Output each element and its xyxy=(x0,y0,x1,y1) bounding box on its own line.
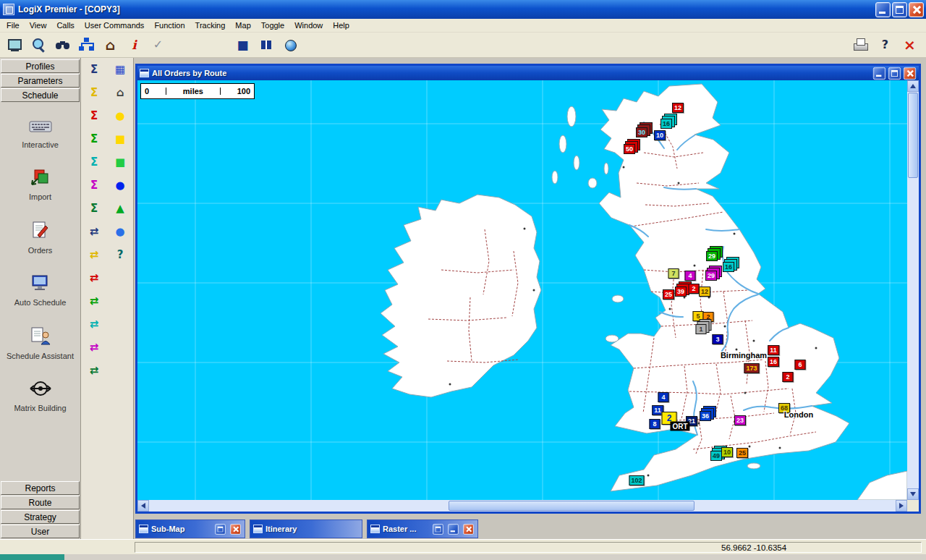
home-icon[interactable]: ⌂ xyxy=(101,36,119,54)
binoculars-icon[interactable] xyxy=(54,36,72,54)
grid-layers-tool[interactable]: ▦ xyxy=(111,61,129,77)
monitor-icon[interactable] xyxy=(6,36,24,54)
apply-icon-glyph: ✓ xyxy=(153,39,163,51)
sum-red-tool[interactable]: Σ xyxy=(85,108,103,124)
sum-darkgreen-tool[interactable]: Σ xyxy=(85,200,103,216)
transfer-darkgreen-tool[interactable]: ⇄ xyxy=(85,362,103,378)
scroll-up-button[interactable] xyxy=(907,80,919,92)
sidebar-tool-schedule-assistant[interactable]: Schedule Assistant xyxy=(0,326,80,360)
help-tool[interactable]: ? xyxy=(111,247,129,263)
filled-square-icon[interactable]: ■ xyxy=(234,36,252,54)
home-tool[interactable]: ⌂ xyxy=(111,85,129,101)
transfer-cyan-tool[interactable]: ⇄ xyxy=(85,316,103,332)
sub-map-restore-button[interactable] xyxy=(215,524,226,535)
sidebar-button-profiles[interactable]: Profiles xyxy=(1,59,80,73)
menu-calls[interactable]: Calls xyxy=(51,20,79,31)
exit-icon[interactable]: × xyxy=(901,36,919,54)
sidebar-tool-orders[interactable]: Orders xyxy=(0,220,80,255)
transfer-magenta-tool[interactable]: ⇄ xyxy=(85,339,103,355)
sum-yellow-tool[interactable]: Σ xyxy=(85,85,103,101)
print-icon[interactable] xyxy=(851,36,870,54)
sidebar-button-strategy[interactable]: Strategy xyxy=(1,510,80,524)
scroll-right-button[interactable] xyxy=(896,500,907,512)
sphere-blue-tool[interactable]: ● xyxy=(111,224,129,239)
transfer-navy-tool[interactable]: ⇄ xyxy=(85,224,103,239)
info-icon[interactable]: i xyxy=(125,36,143,54)
sidebar-button-route[interactable]: Route xyxy=(1,496,80,509)
help-icon[interactable]: ? xyxy=(876,36,894,54)
raster-restore-button[interactable] xyxy=(433,524,443,535)
tab-sub-map[interactable]: Sub-Map xyxy=(135,519,245,538)
label-layer: BirminghamLondonORT xyxy=(137,80,907,500)
transfer-navy-tool-glyph: ⇄ xyxy=(90,226,99,237)
sum-all-tool[interactable]: Σ xyxy=(85,61,103,77)
map-maximize-button[interactable] xyxy=(888,67,901,79)
sum-cyan-tool[interactable]: Σ xyxy=(85,154,103,170)
menu-help[interactable]: Help xyxy=(328,20,354,31)
sidebar-tool-label: Auto Schedule xyxy=(14,298,67,307)
map-canvas[interactable]: 1216301050297429162539212521311161736241… xyxy=(137,80,907,500)
transfer-red-tool[interactable]: ⇄ xyxy=(85,270,103,286)
map-horizontal-scrollbar[interactable] xyxy=(137,500,907,512)
sum-magenta-tool[interactable]: Σ xyxy=(85,177,103,193)
triangle-green-tool[interactable]: ▲ xyxy=(111,200,129,216)
status-bar: 56.9662 -10.6354 xyxy=(0,539,926,554)
map-minimize-button[interactable] xyxy=(873,67,885,79)
tab-itinerary[interactable]: Itinerary xyxy=(250,519,362,538)
grid-layers-tool-glyph: ▦ xyxy=(115,64,125,75)
maximize-icon xyxy=(896,6,904,14)
horizontal-scroll-thumb[interactable] xyxy=(449,501,694,511)
vertical-scroll-thumb[interactable] xyxy=(908,93,918,178)
menu-map[interactable]: Map xyxy=(230,20,255,31)
circle-yellow-tool[interactable]: ● xyxy=(111,108,129,124)
matrix-building-icon xyxy=(29,379,52,401)
zoom-map-icon[interactable] xyxy=(30,36,48,54)
sidebar-tool-matrix-building[interactable]: Matrix Building xyxy=(0,379,80,412)
menu-view[interactable]: View xyxy=(25,20,52,31)
apply-icon[interactable]: ✓ xyxy=(149,36,167,54)
minimize-button[interactable] xyxy=(875,2,891,17)
menu-function[interactable]: Function xyxy=(149,20,190,31)
sum-green-tool-glyph: Σ xyxy=(90,134,98,145)
transfer-yellow-tool[interactable]: ⇄ xyxy=(85,247,103,263)
sum-green-tool[interactable]: Σ xyxy=(85,131,103,147)
circle-blue-tool[interactable]: ● xyxy=(111,177,129,193)
sidebar-button-reports[interactable]: Reports xyxy=(1,481,80,495)
menu-window[interactable]: Window xyxy=(289,20,328,31)
sidebar-button-parameters[interactable]: Parameters xyxy=(1,74,80,88)
transfer-green-tool[interactable]: ⇄ xyxy=(85,293,103,309)
map-coordinates: 56.9662 -10.6354 xyxy=(721,543,786,552)
sidebar-button-user[interactable]: User xyxy=(1,525,80,538)
raster-minimize-button[interactable] xyxy=(448,524,459,535)
sidebar-tool-auto-schedule[interactable]: Auto Schedule xyxy=(0,273,80,307)
tab-label: Itinerary xyxy=(266,525,359,533)
network-icon[interactable] xyxy=(77,36,95,54)
menu-tracking[interactable]: Tracking xyxy=(190,20,231,31)
tab-label: Raster ... xyxy=(383,525,429,533)
square-yellow-tool[interactable]: ■ xyxy=(111,131,129,147)
menu-toggle[interactable]: Toggle xyxy=(256,20,289,31)
scroll-down-button[interactable] xyxy=(907,488,919,500)
menu-user-commands[interactable]: User Commands xyxy=(80,20,150,31)
map-window-title-bar[interactable]: All Orders by Route xyxy=(137,66,919,80)
menu-file[interactable]: File xyxy=(1,20,25,31)
map-close-button[interactable] xyxy=(904,67,916,79)
split-square-icon[interactable] xyxy=(258,36,276,54)
maximize-button[interactable] xyxy=(892,2,907,17)
map-label-ort: ORT xyxy=(670,422,689,431)
bottom-accent xyxy=(0,554,64,560)
sidebar-tool-import[interactable]: Import xyxy=(0,168,80,201)
scale-units: miles xyxy=(183,87,203,96)
square-green-tool[interactable]: ■ xyxy=(111,154,129,170)
sidebar-button-schedule[interactable]: Schedule xyxy=(1,88,80,102)
scroll-left-button[interactable] xyxy=(137,500,149,512)
raster-close-button[interactable] xyxy=(463,524,474,535)
map-vertical-scrollbar[interactable] xyxy=(907,80,919,500)
tab-raster[interactable]: Raster ... xyxy=(367,519,478,538)
sub-map-close-button[interactable] xyxy=(230,524,241,535)
sidebar: Profiles Parameters Schedule Interactive xyxy=(0,58,81,539)
sidebar-tool-interactive[interactable]: Interactive xyxy=(0,117,80,149)
globe-icon[interactable] xyxy=(281,36,300,54)
keyboard-icon xyxy=(28,117,53,137)
close-button[interactable] xyxy=(909,2,924,17)
